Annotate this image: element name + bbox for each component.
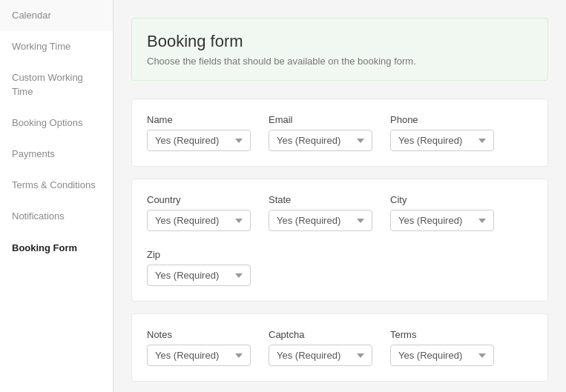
field-label-terms: Terms [390, 329, 494, 340]
field-select-country[interactable]: Yes (Required)Yes (Optional)No [147, 210, 251, 231]
field-label-captcha: Captcha [269, 329, 372, 340]
field-group-city: CityYes (Required)Yes (Optional)No [390, 194, 494, 231]
section-section1: NameYes (Required)Yes (Optional)NoEmailY… [131, 99, 548, 167]
field-select-city[interactable]: Yes (Required)Yes (Optional)No [390, 210, 494, 231]
sidebar-item-booking-options[interactable]: Booking Options [0, 107, 113, 139]
fields-row: CountryYes (Required)Yes (Optional)NoSta… [147, 194, 533, 286]
field-group-email: EmailYes (Required)Yes (Optional)No [269, 114, 372, 151]
sidebar-item-calendar[interactable]: Calendar [0, 0, 113, 31]
sidebar-item-booking-form[interactable]: Booking Form [0, 233, 113, 264]
field-group-name: NameYes (Required)Yes (Optional)No [147, 114, 251, 151]
field-group-state: StateYes (Required)Yes (Optional)No [269, 194, 372, 231]
field-label-country: Country [147, 194, 251, 205]
field-select-email[interactable]: Yes (Required)Yes (Optional)No [269, 130, 372, 151]
field-label-email: Email [269, 114, 372, 125]
field-group-country: CountryYes (Required)Yes (Optional)No [147, 194, 251, 231]
sidebar-item-notifications[interactable]: Notifications [0, 201, 113, 232]
field-group-phone: PhoneYes (Required)Yes (Optional)No [390, 114, 494, 151]
field-group-zip: ZipYes (Required)Yes (Optional)No [147, 249, 251, 286]
field-label-city: City [390, 194, 494, 205]
sections-container: NameYes (Required)Yes (Optional)NoEmailY… [131, 99, 548, 382]
sidebar: CalendarWorking TimeCustom Working TimeB… [0, 0, 113, 392]
field-group-terms: TermsYes (Required)Yes (Optional)No [390, 329, 494, 366]
sidebar-item-terms-conditions[interactable]: Terms & Conditions [0, 170, 113, 201]
section-section2: CountryYes (Required)Yes (Optional)NoSta… [131, 179, 548, 302]
field-select-name[interactable]: Yes (Required)Yes (Optional)No [147, 130, 251, 151]
field-group-captcha: CaptchaYes (Required)Yes (Optional)No [269, 329, 372, 366]
page-header: Booking form Choose the fields that shou… [131, 18, 548, 81]
fields-row: NotesYes (Required)Yes (Optional)NoCaptc… [147, 329, 533, 366]
sidebar-item-working-time[interactable]: Working Time [0, 31, 113, 62]
sidebar-item-custom-working-time[interactable]: Custom Working Time [0, 62, 113, 107]
field-label-state: State [269, 194, 372, 205]
field-select-phone[interactable]: Yes (Required)Yes (Optional)No [390, 130, 494, 151]
field-select-captcha[interactable]: Yes (Required)Yes (Optional)No [269, 345, 372, 366]
field-group-notes: NotesYes (Required)Yes (Optional)No [147, 329, 251, 366]
field-select-state[interactable]: Yes (Required)Yes (Optional)No [269, 210, 372, 231]
main-content: Booking form Choose the fields that shou… [113, 0, 566, 392]
section-section3: NotesYes (Required)Yes (Optional)NoCaptc… [131, 313, 548, 382]
field-select-notes[interactable]: Yes (Required)Yes (Optional)No [147, 345, 251, 366]
field-label-notes: Notes [147, 329, 251, 340]
field-select-zip[interactable]: Yes (Required)Yes (Optional)No [147, 265, 251, 286]
sidebar-item-payments[interactable]: Payments [0, 139, 113, 170]
field-select-terms[interactable]: Yes (Required)Yes (Optional)No [390, 345, 494, 366]
field-label-phone: Phone [390, 114, 494, 125]
page-subtitle: Choose the fields that should be availab… [147, 56, 533, 67]
field-label-zip: Zip [147, 249, 251, 260]
page-title: Booking form [147, 32, 533, 51]
fields-row: NameYes (Required)Yes (Optional)NoEmailY… [147, 114, 533, 151]
field-label-name: Name [147, 114, 251, 125]
